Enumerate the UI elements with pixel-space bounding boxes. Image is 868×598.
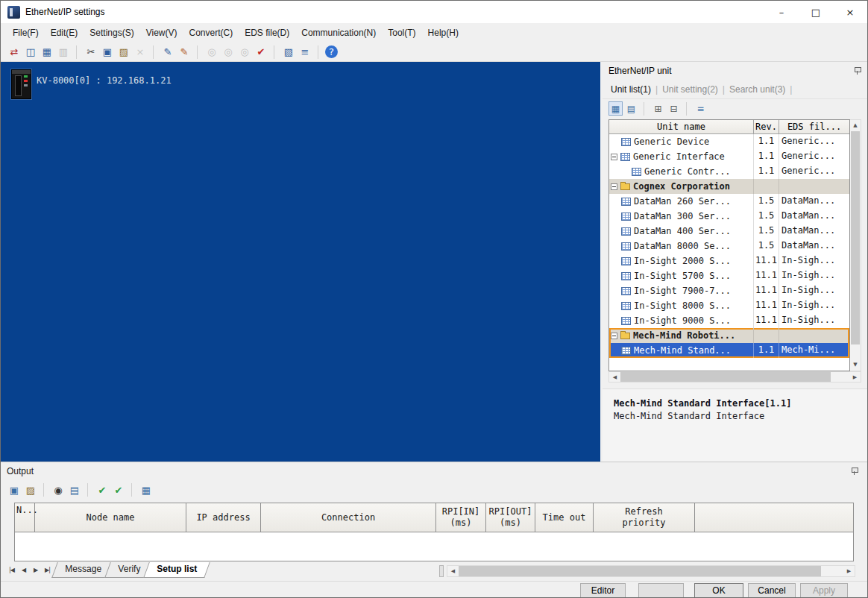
unit-editor-icon[interactable]: ▦ — [40, 45, 54, 60]
output-table-body[interactable] — [15, 532, 853, 561]
blank-button[interactable] — [638, 583, 684, 598]
last-tab-button[interactable]: ▶| — [43, 565, 52, 576]
plc-device-node[interactable]: KV-8000[0] : 192.168.1.21 — [11, 69, 172, 99]
unit-group-row-mech-mind-roboti[interactable]: Mech-Mind Roboti... — [609, 328, 849, 343]
editor-button[interactable]: Editor — [580, 583, 626, 598]
collapse-icon[interactable] — [611, 154, 617, 160]
network-monitor-icon[interactable]: ◎ — [204, 45, 219, 60]
first-tab-button[interactable]: |◀ — [7, 565, 16, 576]
tab-search-unit[interactable]: Search unit(3) — [727, 83, 787, 96]
tab-unit-setting[interactable]: Unit setting(2) — [660, 83, 720, 96]
print-icon[interactable]: ▥ — [56, 45, 71, 60]
collapse-icon[interactable] — [611, 333, 617, 339]
network-refresh-icon[interactable]: ◎ — [237, 45, 252, 60]
vscroll-thumb[interactable] — [851, 131, 860, 344]
menu-communication[interactable]: Communication(N) — [295, 25, 382, 41]
network-search-icon[interactable]: ◎ — [221, 45, 236, 60]
menu-convert[interactable]: Convert(C) — [183, 25, 239, 41]
menu-eds-file[interactable]: EDS file(D) — [239, 25, 295, 41]
unit-row-generic-device[interactable]: Generic Device1.1Generic... — [609, 134, 849, 149]
unit-row-dataman-300-ser[interactable]: DataMan 300 Ser...1.5DataMan... — [609, 209, 849, 224]
unit-row-in-sight-9000-s[interactable]: In-Sight 9000 S...11.1In-Sigh... — [609, 313, 849, 328]
menu-file[interactable]: File(F) — [7, 25, 45, 41]
output-column-node-name: Node name — [35, 503, 186, 532]
unit-table: Unit nameRev.EDS fil... Generic Device1.… — [608, 119, 850, 371]
monitor-icon[interactable]: ◫ — [23, 45, 38, 60]
unit-table-vscrollbar[interactable]: ▲ ▼ — [850, 119, 861, 371]
output-column-rpi-out: RPI[OUT] (ms) — [486, 503, 535, 532]
cancel-button[interactable]: Cancel — [748, 583, 796, 598]
unit-row-dataman-8000-se[interactable]: DataMan 8000 Se...1.5DataMan... — [609, 239, 849, 254]
cut-icon[interactable]: ✂ — [84, 45, 98, 60]
unit-panel-pin-icon[interactable] — [854, 67, 861, 75]
paste-icon[interactable]: ▨ — [116, 45, 131, 60]
scroll-left-icon[interactable]: ◀ — [609, 372, 620, 382]
toolbar-separator — [87, 483, 92, 497]
copy-output-icon[interactable]: ▣ — [7, 482, 22, 497]
help-icon[interactable]: ? — [325, 45, 338, 58]
paste-output-icon[interactable]: ▨ — [23, 482, 38, 497]
close-button[interactable]: × — [833, 1, 867, 23]
unit-row-mech-mind-stand[interactable]: Mech-Mind Stand...1.1Mech-Mi... — [609, 343, 849, 358]
verify-units-icon[interactable]: ✔ — [254, 45, 268, 60]
output-column-refresh-priority: Refresh priority — [594, 503, 695, 532]
scroll-up-icon[interactable]: ▲ — [850, 120, 861, 131]
scroll-right-icon[interactable]: ▶ — [849, 372, 861, 382]
tab-setup-list[interactable]: Setup list — [143, 562, 210, 578]
output-hscroll-thumb[interactable] — [459, 566, 821, 576]
plc-device-label: KV-8000[0] : 192.168.1.21 — [37, 75, 172, 86]
unit-row-in-sight-8000-s[interactable]: In-Sight 8000 S...11.1In-Sigh... — [609, 298, 849, 313]
toolbar-separator — [274, 45, 278, 59]
output-scroll-left-icon[interactable]: ◀ — [447, 566, 459, 577]
output-hscrollbar[interactable]: ◀ ▶ — [447, 565, 855, 577]
unit-group-row-cognex-corporation[interactable]: Cognex Corporation — [609, 179, 849, 194]
unit-row-dataman-260-ser[interactable]: DataMan 260 Ser...1.5DataMan... — [609, 194, 849, 209]
unit-row-in-sight-5700-s[interactable]: In-Sight 5700 S...11.1In-Sigh... — [609, 268, 849, 283]
output-panel-pin-icon[interactable] — [851, 468, 858, 476]
menu-help[interactable]: Help(H) — [422, 25, 465, 41]
detail-view-icon[interactable]: ▤ — [624, 101, 638, 116]
collapse-icon[interactable] — [611, 183, 617, 190]
menu-view[interactable]: View(V) — [140, 25, 183, 41]
splitter-handle[interactable] — [439, 565, 444, 577]
apply-button[interactable]: Apply — [800, 583, 848, 598]
find-icon[interactable]: ◉ — [51, 482, 66, 497]
menu-edit[interactable]: Edit(E) — [45, 25, 84, 41]
monitor-edit-icon[interactable]: ✎ — [160, 45, 175, 60]
unit-table-hscrollbar[interactable]: ◀ ▶ — [608, 371, 861, 383]
setup-list-icon[interactable]: ▦ — [139, 482, 154, 497]
menu-tool[interactable]: Tool(T) — [382, 25, 421, 41]
delete-icon[interactable]: × — [133, 45, 148, 60]
menu-settings[interactable]: Settings(S) — [84, 25, 139, 41]
network-canvas[interactable]: KV-8000[0] : 192.168.1.21 — [1, 62, 600, 462]
tab-unit-list[interactable]: Unit list(1) — [608, 83, 653, 96]
maximize-button[interactable]: □ — [799, 1, 833, 23]
unit-row-in-sight-7900-7[interactable]: In-Sight 7900-7...11.1In-Sigh... — [609, 283, 849, 298]
output-column-rpi-in: RPI[IN] (ms) — [436, 503, 486, 532]
sort-units-icon[interactable]: ≡ — [298, 45, 312, 60]
export-icon[interactable]: ▤ — [67, 482, 82, 497]
expand-all-icon[interactable]: ⊞ — [651, 101, 665, 116]
register-verify2-icon[interactable]: ✔ — [111, 482, 126, 497]
large-icon-view-icon[interactable]: ▦ — [608, 101, 623, 116]
transfer-settings-icon[interactable]: ⇄ — [7, 45, 22, 60]
search-unit-icon[interactable]: ▧ — [281, 45, 296, 60]
unit-row-in-sight-2000-s[interactable]: In-Sight 2000 S...11.1In-Sigh... — [609, 254, 849, 268]
prev-tab-button[interactable]: ◀ — [19, 565, 28, 576]
unit-row-generic-interface[interactable]: Generic Interface1.1Generic... — [609, 149, 849, 164]
unit-row-generic-contr[interactable]: Generic Contr...1.1Generic... — [609, 164, 849, 179]
copy-icon[interactable]: ▣ — [100, 45, 115, 60]
scroll-down-icon[interactable]: ▼ — [850, 359, 861, 371]
hscroll-thumb[interactable] — [620, 372, 831, 382]
next-tab-button[interactable]: ▶ — [31, 565, 40, 576]
minimize-button[interactable]: – — [764, 1, 799, 23]
unit-table-body: Generic Device1.1Generic...Generic Inter… — [609, 134, 849, 358]
unit-row-dataman-400-ser[interactable]: DataMan 400 Ser...1.5DataMan... — [609, 224, 849, 239]
ok-button[interactable]: OK — [694, 583, 743, 598]
show-all-units-icon[interactable]: ≡ — [694, 101, 708, 116]
register-verify-icon[interactable]: ✔ — [95, 482, 110, 497]
eraser-icon[interactable]: ✎ — [177, 45, 192, 60]
menu-bar: File(F)Edit(E)Settings(S)View(V)Convert(… — [1, 23, 867, 43]
output-scroll-right-icon[interactable]: ▶ — [843, 566, 855, 577]
collapse-all-icon[interactable]: ⊟ — [667, 101, 681, 116]
